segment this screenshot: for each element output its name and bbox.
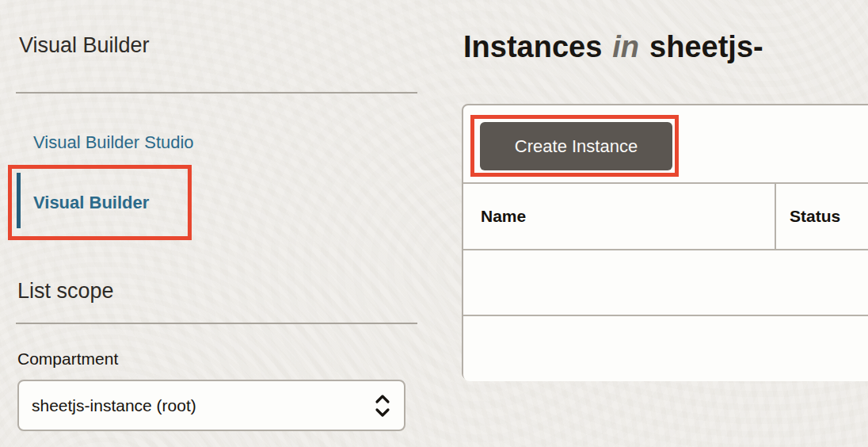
instances-toolbar: Create Instance (463, 105, 868, 184)
sidebar-title: Visual Builder (19, 33, 150, 58)
page-title-instances: Instances (463, 30, 602, 63)
selected-item-indicator-bar (17, 173, 21, 228)
list-scope-title: List scope (17, 279, 114, 304)
compartment-select[interactable]: sheetjs-instance (root) (17, 380, 405, 431)
sidebar-item-visual-builder-studio[interactable]: Visual Builder Studio (33, 132, 194, 153)
compartment-label: Compartment (17, 350, 118, 369)
page-title-in: in (612, 30, 639, 63)
table-row (463, 318, 868, 381)
sidebar-item-visual-builder[interactable]: Visual Builder (33, 193, 149, 213)
compartment-select-value: sheetjs-instance (root) (32, 396, 196, 415)
column-header-name: Name (463, 184, 776, 249)
instances-panel: Create Instance Name Status (462, 104, 868, 380)
page-title-compartment-name: sheetjs- (649, 30, 763, 63)
up-down-chevron-icon (374, 393, 391, 418)
oci-console-screen: Visual Builder Visual Builder Studio Vis… (0, 0, 868, 447)
list-scope-divider (16, 323, 417, 324)
column-header-status: Status (776, 184, 868, 249)
create-instance-button[interactable]: Create Instance (480, 122, 672, 170)
page-title: Instancesinsheetjs- (463, 30, 763, 64)
table-row (463, 250, 868, 316)
instances-table-header: Name Status (463, 184, 868, 250)
sidebar-divider (16, 92, 417, 94)
